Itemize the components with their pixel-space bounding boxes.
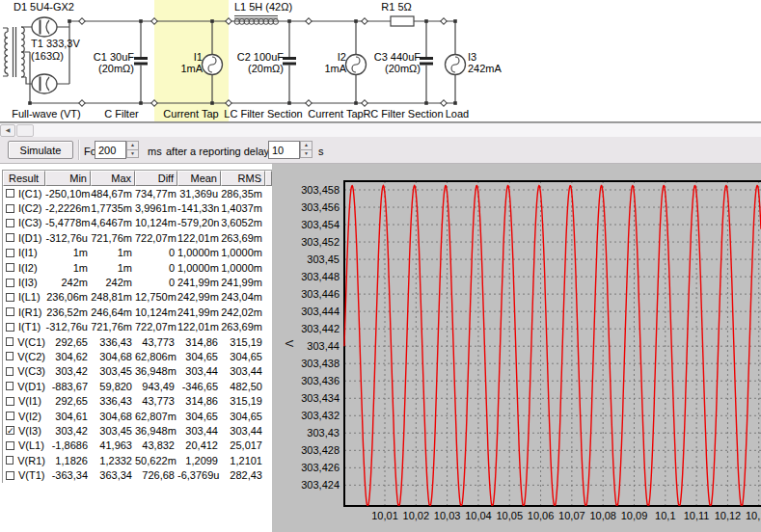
cell-diff: 3,9961m: [135, 202, 177, 214]
result-checkbox[interactable]: [6, 233, 14, 242]
result-checkbox[interactable]: [6, 397, 14, 406]
label-i3[interactable]: I3: [468, 51, 476, 63]
result-name-cell: V(L1): [3, 439, 45, 451]
result-checkbox[interactable]: [6, 367, 14, 376]
x-tick-label: 10,08: [589, 510, 616, 521]
duration-input[interactable]: [95, 141, 126, 159]
delay-input[interactable]: [268, 141, 300, 159]
schematic-scrollbar[interactable]: ◀: [0, 122, 761, 137]
label-t1-impedance[interactable]: (163Ω): [31, 50, 64, 62]
x-tick-label: 10,11: [684, 510, 710, 521]
result-checkbox[interactable]: ✓: [6, 426, 14, 435]
duration-spin-up-button[interactable]: ▲: [126, 141, 139, 149]
cell-diff: 36,948m: [135, 365, 177, 377]
cell-mean: 242,99m: [177, 291, 221, 303]
label-i2[interactable]: I2: [338, 51, 346, 63]
cell-max: 41,963: [91, 439, 135, 451]
cell-max: 303,45: [91, 365, 135, 377]
table-row: V(L1)-1,868641,96343,83220,41225,017: [3, 439, 272, 453]
result-checkbox[interactable]: [6, 441, 14, 450]
reporting-delay-label: after a reporting delay of: [166, 146, 281, 157]
y-tick-label: 303,442: [301, 323, 340, 334]
result-name: I(I3): [18, 277, 38, 288]
section-label-current-tap-1[interactable]: Current Tap: [163, 108, 218, 120]
cell-rms: 263,69m: [221, 232, 265, 244]
result-name-cell: V(I1): [3, 395, 45, 407]
cell-mean: 314,86: [177, 395, 221, 407]
delay-spin-up-button[interactable]: ▲: [300, 141, 313, 149]
column-header-max: Max: [91, 171, 135, 186]
result-checkbox[interactable]: [6, 382, 14, 390]
section-label-c-filter[interactable]: C Filter: [104, 108, 139, 120]
cell-min: 242m: [45, 277, 91, 288]
inductor-l1-symbol[interactable]: [234, 16, 279, 25]
result-checkbox[interactable]: [6, 279, 14, 287]
table-row: V(R1)1,18261,233250,622m1,20991,2101: [3, 453, 272, 467]
section-label-current-tap-2[interactable]: Current Tap: [308, 108, 363, 120]
cell-rms: 3,6052m: [221, 217, 265, 228]
label-c1[interactable]: C1 30uF: [94, 51, 134, 63]
x-tick-label: 10,06: [528, 510, 555, 521]
label-t1[interactable]: T1 333,3V: [31, 38, 80, 49]
label-l1[interactable]: L1 5H (42Ω): [234, 1, 292, 13]
psu-designer-window: D1 5U4-GX2 T1 333,3V (163Ω) C1 30uF (20m…: [0, 0, 761, 532]
result-checkbox[interactable]: [6, 323, 14, 332]
duration-spinner: ▲ ▼: [126, 141, 139, 159]
result-checkbox[interactable]: [6, 471, 14, 480]
section-label-fullwave[interactable]: Full-wave (VT): [12, 108, 81, 120]
result-checkbox[interactable]: [6, 412, 14, 420]
result-checkbox[interactable]: [6, 293, 14, 302]
cell-mean: 1,0000m: [177, 262, 221, 274]
result-checkbox[interactable]: [6, 307, 14, 316]
cell-max: 1m: [91, 262, 135, 274]
cell-min: -312,76u: [45, 321, 91, 332]
circuit-schematic[interactable]: D1 5U4-GX2 T1 333,3V (163Ω) C1 30uF (20m…: [0, 0, 761, 122]
label-c2[interactable]: C2 100uF: [237, 51, 285, 63]
table-row: I(D1)-312,76u721,76m722,07m122,01m263,69…: [3, 230, 272, 245]
label-c3-esr[interactable]: (20mΩ): [385, 63, 421, 74]
section-label-load[interactable]: Load: [446, 108, 469, 120]
cell-rms: 304,65: [221, 351, 265, 362]
label-c3[interactable]: C3 440uF: [374, 51, 421, 63]
waveform-chart[interactable]: 303,458303,456303,454303,452303,45303,44…: [272, 164, 761, 532]
x-tick-label: 10,05: [496, 510, 523, 521]
result-name: V(L1): [18, 439, 44, 451]
scrollbar-thumb[interactable]: [16, 124, 34, 137]
result-checkbox[interactable]: [6, 219, 14, 227]
result-checkbox[interactable]: [6, 204, 14, 213]
duration-spin-down-button[interactable]: ▼: [126, 149, 139, 158]
result-checkbox[interactable]: [6, 352, 14, 360]
result-checkbox[interactable]: [6, 456, 14, 465]
label-i3-value[interactable]: 242mA: [468, 63, 503, 74]
resistor-r1-symbol[interactable]: [391, 16, 414, 26]
cell-max: 242m: [91, 277, 135, 288]
cell-mean: 304,65: [177, 351, 221, 362]
label-c2-esr[interactable]: (20mΩ): [248, 63, 284, 74]
result-checkbox[interactable]: [6, 189, 14, 198]
results-table-header: ResultMinMaxDiffMeanRMS: [3, 171, 272, 186]
result-name-cell: I(L1): [3, 291, 45, 303]
cell-max: 721,76m: [91, 232, 135, 244]
table-row: V(C1)292,65336,4343,773314,86315,19: [3, 334, 272, 349]
label-r1[interactable]: R1 5Ω: [381, 1, 411, 13]
scrollbar-left-button[interactable]: ◀: [0, 124, 15, 137]
result-checkbox[interactable]: [6, 263, 14, 272]
result-checkbox[interactable]: [6, 337, 14, 346]
label-d1[interactable]: D1 5U4-GX2: [14, 1, 74, 13]
label-c1-esr[interactable]: (20mΩ): [98, 63, 134, 74]
result-checkbox[interactable]: [6, 249, 14, 257]
delay-spin-down-button[interactable]: ▼: [300, 149, 313, 158]
result-name-cell: I(R1): [3, 306, 45, 318]
cell-rms: 315,19: [221, 336, 265, 348]
cell-diff: 0: [135, 277, 177, 288]
simulate-button[interactable]: Simulate: [8, 141, 73, 159]
x-tick-label: 10,03: [434, 510, 461, 521]
label-i2-value[interactable]: 1mA: [324, 63, 346, 74]
section-label-lc-filter[interactable]: LC Filter Section: [224, 108, 302, 120]
cell-max: 721,76m: [91, 321, 135, 332]
label-i1-value[interactable]: 1mA: [180, 63, 203, 74]
cell-min: -883,67: [45, 381, 91, 392]
label-i1[interactable]: I1: [194, 51, 203, 63]
table-row: I(C2)-2,2226m1,7735m3,9961m-141,33n1,403…: [3, 200, 272, 215]
section-label-rc-filter[interactable]: RC Filter Section: [363, 108, 443, 120]
